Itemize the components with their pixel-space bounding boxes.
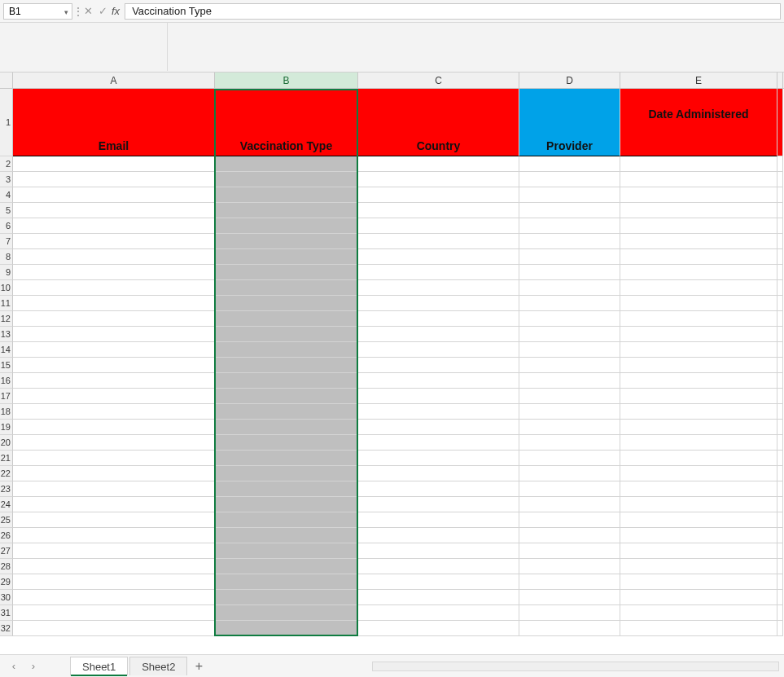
row-header-16[interactable]: 16 <box>0 373 13 389</box>
cell-C21[interactable] <box>358 451 519 466</box>
cell-E4[interactable] <box>620 187 777 203</box>
cell-A26[interactable] <box>13 528 215 543</box>
cell-C22[interactable] <box>358 466 519 481</box>
cell-E6[interactable] <box>620 218 777 234</box>
cell-D31[interactable] <box>519 605 620 621</box>
cell-D29[interactable] <box>519 574 620 590</box>
cell-C17[interactable] <box>358 389 519 404</box>
cell-E11[interactable] <box>620 296 777 311</box>
cell-B7[interactable] <box>215 234 358 249</box>
cell-A16[interactable] <box>13 373 215 389</box>
cell-D3[interactable] <box>519 172 620 187</box>
cell-C18[interactable] <box>358 404 519 420</box>
cell-E18[interactable] <box>620 404 777 420</box>
formula-input[interactable]: Vaccination Type <box>125 3 781 20</box>
row-header-23[interactable]: 23 <box>0 481 13 497</box>
accept-formula-icon[interactable]: ✓ <box>95 3 110 20</box>
cell-E17[interactable] <box>620 389 777 404</box>
cell-B31[interactable] <box>215 605 358 621</box>
cell-E31[interactable] <box>620 605 777 621</box>
cell-edge-3[interactable] <box>777 172 783 187</box>
column-header-e[interactable]: E <box>620 73 777 88</box>
row-header-4[interactable]: 4 <box>0 187 13 203</box>
cell-B12[interactable] <box>215 311 358 327</box>
row-header-32[interactable]: 32 <box>0 621 13 636</box>
row-header-21[interactable]: 21 <box>0 451 13 466</box>
cell-E14[interactable] <box>620 342 777 358</box>
cell-B29[interactable] <box>215 574 358 590</box>
row-header-18[interactable]: 18 <box>0 404 13 420</box>
cell-D12[interactable] <box>519 311 620 327</box>
cell-A32[interactable] <box>13 621 215 636</box>
column-header-d[interactable]: D <box>519 73 620 88</box>
cell-A24[interactable] <box>13 497 215 512</box>
row-header-15[interactable]: 15 <box>0 358 13 373</box>
cell-D16[interactable] <box>519 373 620 389</box>
cell-C28[interactable] <box>358 559 519 574</box>
cell-A2[interactable] <box>13 156 215 172</box>
cell-A13[interactable] <box>13 327 215 342</box>
cell-A30[interactable] <box>13 590 215 605</box>
cell-C24[interactable] <box>358 497 519 512</box>
cell-C5[interactable] <box>358 203 519 218</box>
cell-E2[interactable] <box>620 156 777 172</box>
cell-E8[interactable] <box>620 249 777 265</box>
cancel-formula-icon[interactable]: ✕ <box>81 3 95 20</box>
cell-B4[interactable] <box>215 187 358 203</box>
cell-A15[interactable] <box>13 358 215 373</box>
cell-A20[interactable] <box>13 435 215 451</box>
cell-E27[interactable] <box>620 543 777 559</box>
row-header-26[interactable]: 26 <box>0 528 13 543</box>
cell-D1[interactable]: Provider <box>519 89 620 156</box>
cell-edge-1[interactable] <box>777 89 783 156</box>
cell-B6[interactable] <box>215 218 358 234</box>
cell-B32[interactable] <box>215 621 358 636</box>
cell-C19[interactable] <box>358 420 519 435</box>
cell-D28[interactable] <box>519 559 620 574</box>
cell-B25[interactable] <box>215 512 358 528</box>
cell-E16[interactable] <box>620 373 777 389</box>
cell-E32[interactable] <box>620 621 777 636</box>
cell-B3[interactable] <box>215 172 358 187</box>
cell-D11[interactable] <box>519 296 620 311</box>
cell-edge-13[interactable] <box>777 327 783 342</box>
cell-C12[interactable] <box>358 311 519 327</box>
cell-E7[interactable] <box>620 234 777 249</box>
cell-E12[interactable] <box>620 311 777 327</box>
cell-B5[interactable] <box>215 203 358 218</box>
cell-edge-27[interactable] <box>777 543 783 559</box>
cell-C8[interactable] <box>358 249 519 265</box>
cell-C1[interactable]: Country <box>358 89 519 156</box>
cell-edge-16[interactable] <box>777 373 783 389</box>
cell-E21[interactable] <box>620 451 777 466</box>
column-header-c[interactable]: C <box>358 73 519 88</box>
cell-edge-32[interactable] <box>777 621 783 636</box>
cell-E5[interactable] <box>620 203 777 218</box>
cell-D21[interactable] <box>519 451 620 466</box>
row-header-27[interactable]: 27 <box>0 543 13 559</box>
column-header-edge[interactable] <box>777 73 783 88</box>
cell-A1[interactable]: Email <box>13 89 215 156</box>
cell-B2[interactable] <box>215 156 358 172</box>
cell-A27[interactable] <box>13 543 215 559</box>
cell-B15[interactable] <box>215 358 358 373</box>
cell-D15[interactable] <box>519 358 620 373</box>
cell-C6[interactable] <box>358 218 519 234</box>
cell-A17[interactable] <box>13 389 215 404</box>
sheet-tab-sheet2[interactable]: Sheet2 <box>129 657 187 675</box>
cell-A23[interactable] <box>13 481 215 497</box>
cell-C14[interactable] <box>358 342 519 358</box>
row-header-6[interactable]: 6 <box>0 218 13 234</box>
cell-edge-15[interactable] <box>777 358 783 373</box>
cell-A3[interactable] <box>13 172 215 187</box>
cell-E19[interactable] <box>620 420 777 435</box>
cell-edge-22[interactable] <box>777 466 783 481</box>
cell-B22[interactable] <box>215 466 358 481</box>
cell-A21[interactable] <box>13 451 215 466</box>
cell-edge-17[interactable] <box>777 389 783 404</box>
row-header-3[interactable]: 3 <box>0 172 13 187</box>
row-header-2[interactable]: 2 <box>0 156 13 172</box>
cell-C16[interactable] <box>358 373 519 389</box>
row-header-7[interactable]: 7 <box>0 234 13 249</box>
cell-edge-23[interactable] <box>777 481 783 497</box>
